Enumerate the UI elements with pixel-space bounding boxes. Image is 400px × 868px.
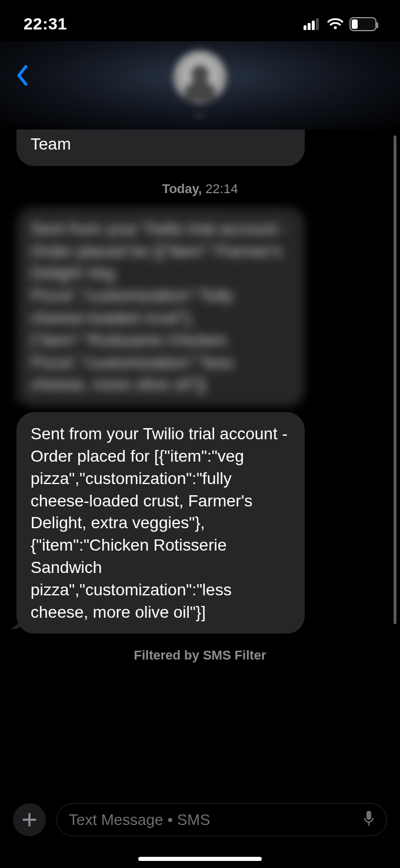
- avatar-icon: [174, 51, 226, 104]
- message-input[interactable]: Text Message • SMS: [56, 803, 387, 836]
- contact-name: —: [194, 108, 206, 122]
- svg-rect-2: [312, 21, 315, 30]
- sms-filter-note: Filtered by SMS Filter: [0, 648, 400, 663]
- status-bar: 22:31 25: [0, 0, 400, 41]
- microphone-icon[interactable]: [363, 810, 375, 829]
- add-attachment-button[interactable]: [13, 803, 46, 836]
- message-bubble-blurred[interactable]: Sent from your Twilio trial account - Or…: [16, 207, 305, 406]
- message-bubble-prev[interactable]: Team: [16, 130, 305, 166]
- svg-rect-3: [316, 18, 319, 30]
- svg-point-4: [334, 26, 337, 29]
- conversation-header: —: [0, 41, 400, 130]
- composer-bar: Text Message • SMS: [0, 803, 400, 836]
- status-time: 22:31: [24, 15, 67, 34]
- battery-percent: 25: [351, 19, 375, 29]
- scrollbar[interactable]: [394, 135, 396, 624]
- message-text: Sent from your Twilio trial account - Or…: [31, 220, 288, 394]
- svg-rect-0: [304, 25, 306, 30]
- timestamp-time: 22:14: [205, 181, 238, 196]
- svg-rect-7: [366, 811, 371, 820]
- message-text: Sent from your Twilio trial account - Or…: [31, 425, 288, 621]
- home-indicator[interactable]: [138, 857, 262, 861]
- contact-info[interactable]: —: [174, 45, 226, 122]
- conversation-scroll[interactable]: Team Today, 22:14 Sent from your Twilio …: [0, 130, 400, 791]
- message-text: Team: [31, 135, 71, 153]
- message-placeholder: Text Message • SMS: [69, 811, 363, 829]
- timestamp-separator: Today, 22:14: [0, 181, 400, 197]
- battery-icon: 25: [349, 17, 376, 31]
- timestamp-day: Today,: [162, 181, 202, 196]
- back-button[interactable]: [11, 64, 34, 87]
- svg-rect-1: [308, 23, 311, 30]
- message-bubble[interactable]: Sent from your Twilio trial account - Or…: [16, 412, 305, 634]
- wifi-icon: [327, 18, 344, 30]
- status-right: 25: [304, 17, 376, 31]
- cellular-icon: [304, 18, 321, 30]
